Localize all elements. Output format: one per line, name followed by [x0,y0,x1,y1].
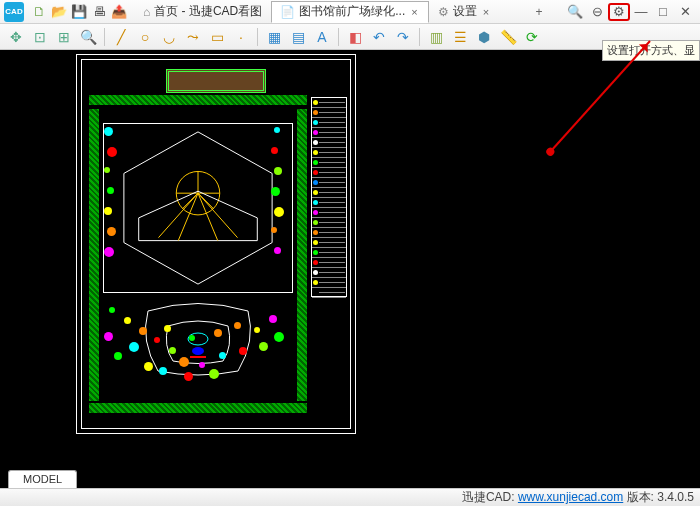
brand-label: 迅捷CAD: [462,490,515,504]
save-icon[interactable]: 💾 [70,3,88,21]
erase-icon[interactable]: ◧ [345,27,365,47]
select-icon[interactable]: ▦ [264,27,284,47]
polyline-icon[interactable]: ⤳ [183,27,203,47]
undo-icon[interactable]: ↶ [369,27,389,47]
tree-icon [104,332,113,341]
statusbar: 迅捷CAD: www.xunjiecad.com 版本: 3.4.0.5 [0,488,700,506]
arc-icon[interactable]: ◡ [159,27,179,47]
drawing-canvas[interactable] [0,50,700,488]
tree-icon [274,207,284,217]
version-label: 版本: [627,490,654,504]
cad-drawing [76,54,356,434]
tree-icon [104,207,112,215]
tree-icon [169,347,176,354]
legend-row [312,198,346,208]
settings-icon[interactable]: ⚙ [608,3,630,21]
tree-icon [139,327,147,335]
3d-icon[interactable]: ⬢ [474,27,494,47]
legend-row [312,128,346,138]
rect-icon[interactable]: ▭ [207,27,227,47]
circle-icon[interactable]: ○ [135,27,155,47]
tab-close-icon[interactable]: × [481,6,491,18]
legend-row [312,228,346,238]
app-logo: CAD [4,2,24,22]
zoom-icon[interactable]: 🔍 [78,27,98,47]
tree-icon [164,325,171,332]
print-icon[interactable]: 🖶 [90,3,108,21]
tab-label: 图书馆前广场绿化... [299,3,405,20]
redo-icon[interactable]: ↷ [393,27,413,47]
legend-row [312,158,346,168]
tree-icon [104,167,110,173]
tree-icon [274,247,281,254]
legend-row [312,218,346,228]
model-tab[interactable]: MODEL [8,470,77,488]
tree-icon [179,357,189,367]
line-icon[interactable]: ╱ [111,27,131,47]
tab-label: 设置 [453,3,477,20]
props-icon[interactable]: ▥ [426,27,446,47]
separator [257,28,258,46]
tab-icon: 📄 [280,5,295,19]
tree-icon [124,317,131,324]
legend-row [312,118,346,128]
tab-icon: ⚙ [438,5,449,19]
tree-icon [107,147,117,157]
point-icon[interactable]: · [231,27,251,47]
close-icon[interactable]: ✕ [674,3,696,21]
refresh-icon[interactable]: ⟳ [522,27,542,47]
tree-icon [109,307,115,313]
search-icon[interactable]: 🔍 [564,3,586,21]
legend-row [312,258,346,268]
tree-icon [184,372,193,381]
legend-row [312,178,346,188]
legend-row [312,98,346,108]
tree-icon [159,367,167,375]
tree-icon [104,127,113,136]
tree-icon [144,362,153,371]
tree-icon [219,352,226,359]
tree-icon [271,147,278,154]
tree-icon [274,167,282,175]
tab-close-icon[interactable]: × [409,6,419,18]
window-controls: 🔍⊖⚙—□✕ [564,3,696,21]
tree-icon [259,342,268,351]
minimize-icon[interactable]: — [630,3,652,21]
tree-icon [107,187,114,194]
open-icon[interactable]: 📂 [50,3,68,21]
website-link[interactable]: www.xunjiecad.com [518,490,623,504]
tab-strip: ⌂首页 - 迅捷CAD看图📄图书馆前广场绿化...×⚙设置× [134,0,528,23]
tree-icon [114,352,122,360]
legend-row [312,288,346,298]
layers-icon[interactable]: ☰ [450,27,470,47]
tab-2[interactable]: ⚙设置× [429,1,500,23]
new-tab-button[interactable]: + [530,3,548,21]
tree-icon [271,227,277,233]
tab-0[interactable]: ⌂首页 - 迅捷CAD看图 [134,1,271,23]
legend-row [312,188,346,198]
tab-1[interactable]: 📄图书馆前广场绿化...× [271,1,428,23]
measure-icon[interactable]: 📏 [498,27,518,47]
separator [104,28,105,46]
tree-icon [214,329,222,337]
tree-icon [104,247,114,257]
new-icon[interactable]: 🗋 [30,3,48,21]
zoom-extents-icon[interactable]: ⊡ [30,27,50,47]
zoomout-icon[interactable]: ⊖ [586,3,608,21]
tab-icon: ⌂ [143,5,150,19]
maximize-icon[interactable]: □ [652,3,674,21]
legend-row [312,168,346,178]
zoom-window-icon[interactable]: ⊞ [54,27,74,47]
legend [311,97,347,297]
separator [338,28,339,46]
tree-icon [239,347,247,355]
layer-icon[interactable]: ▤ [288,27,308,47]
legend-row [312,278,346,288]
export-icon[interactable]: 📤 [110,3,128,21]
legend-row [312,148,346,158]
legend-row [312,108,346,118]
tree-icon [274,332,284,342]
text-icon[interactable]: A [312,27,332,47]
tree-icon [271,187,280,196]
pan-icon[interactable]: ✥ [6,27,26,47]
